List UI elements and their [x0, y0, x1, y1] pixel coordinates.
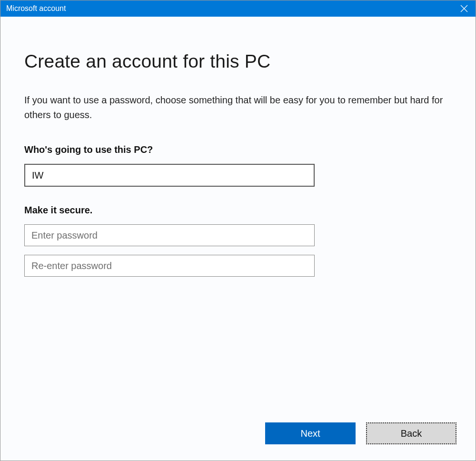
password-input[interactable] — [24, 224, 315, 246]
password-label: Make it secure. — [24, 205, 452, 216]
close-icon — [460, 5, 468, 12]
page-heading: Create an account for this PC — [24, 51, 452, 72]
window-title: Microsoft account — [6, 0, 66, 17]
username-label: Who's going to use this PC? — [24, 144, 452, 155]
username-section: Who's going to use this PC? — [24, 144, 452, 187]
account-setup-window: Microsoft account Create an account for … — [0, 0, 476, 461]
titlebar: Microsoft account — [0, 0, 476, 17]
username-input[interactable] — [24, 164, 315, 187]
password-confirm-input[interactable] — [24, 255, 315, 277]
page-description: If you want to use a password, choose so… — [24, 93, 452, 122]
back-button[interactable]: Back — [366, 422, 456, 444]
password-section: Make it secure. — [24, 205, 452, 285]
close-button[interactable] — [453, 0, 476, 17]
content-area: Create an account for this PC If you wan… — [0, 17, 476, 461]
next-button[interactable]: Next — [265, 422, 356, 444]
footer-buttons: Next Back — [265, 422, 456, 444]
